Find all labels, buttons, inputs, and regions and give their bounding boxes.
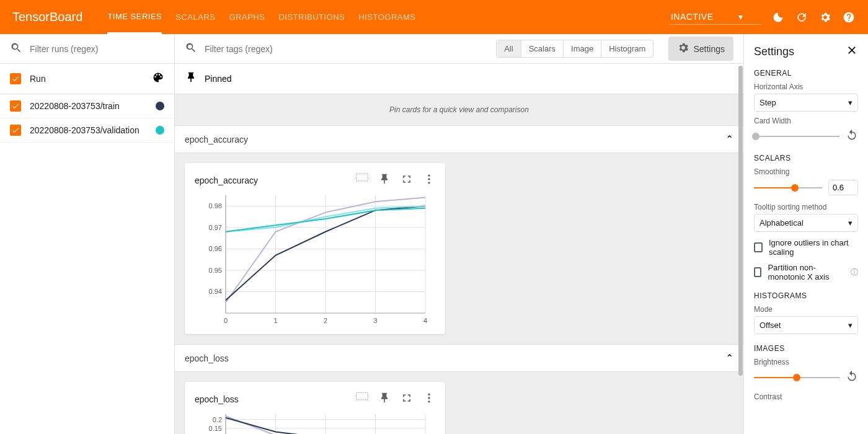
pin-icon [185, 71, 197, 86]
smoothing-input[interactable] [828, 180, 858, 195]
caret-down-icon: ▾ [848, 218, 852, 228]
svg-point-3 [428, 182, 430, 184]
run-checkbox[interactable] [10, 100, 21, 112]
tab-graphs[interactable]: GRAPHS [229, 0, 265, 34]
svg-point-28 [428, 397, 430, 399]
pin-icon[interactable] [378, 392, 391, 407]
chip-all[interactable]: All [497, 40, 521, 57]
status-label: INACTIVE [671, 12, 714, 22]
group-header[interactable]: epoch_accuracy ⌃ [175, 125, 743, 153]
content-area: Pinned Pin cards for a quick view and co… [175, 64, 743, 434]
run-name: 20220808-203753/validation [30, 125, 140, 135]
fit-domain-icon[interactable] [356, 392, 368, 407]
run-checkbox[interactable] [10, 125, 21, 136]
refresh-icon[interactable] [795, 11, 808, 24]
svg-text:1: 1 [273, 317, 277, 324]
caret-down-icon: ▾ [738, 12, 743, 22]
svg-point-1 [428, 175, 430, 177]
group-name: epoch_loss [185, 353, 229, 363]
tag-type-filter: All Scalars Image Histogram [496, 40, 653, 58]
svg-text:4: 4 [423, 317, 427, 324]
fullscreen-icon[interactable] [401, 392, 413, 407]
info-icon[interactable]: ⓘ [851, 267, 858, 278]
partition-x-checkbox[interactable] [754, 267, 761, 277]
pin-icon[interactable] [378, 173, 391, 188]
section-general: GENERAL [754, 69, 858, 78]
svg-text:0.97: 0.97 [209, 224, 222, 231]
ignore-outliers-label: Ignore outliers in chart scaling [769, 238, 858, 257]
smoothing-slider[interactable] [754, 187, 822, 188]
tab-scalars[interactable]: SCALARS [175, 0, 215, 34]
section-scalars: SCALARS [754, 154, 858, 162]
svg-text:3: 3 [373, 317, 377, 324]
caret-down-icon: ▾ [848, 321, 852, 330]
settings-panel: Settings GENERAL Horizontal Axis Step▾ C… [744, 34, 868, 434]
chart-card: epoch_accuracy 0.940.950.960.970.9801234 [185, 163, 445, 334]
search-icon [10, 42, 22, 56]
pinned-section-title: Pinned [205, 74, 232, 84]
smoothing-label: Smoothing [754, 167, 858, 176]
section-images: IMAGES [754, 344, 858, 353]
tab-distributions[interactable]: DISTRIBUTIONS [278, 0, 345, 34]
haxis-label: Horizontal Axis [754, 82, 858, 91]
settings-panel-title: Settings [754, 45, 794, 58]
settings-button[interactable]: Settings [668, 37, 733, 61]
cardwidth-slider[interactable] [754, 136, 839, 137]
chip-scalars[interactable]: Scalars [521, 40, 564, 57]
group-header[interactable]: epoch_loss ⌃ [175, 344, 743, 372]
hist-mode-label: Mode [754, 305, 858, 314]
reset-icon[interactable] [846, 129, 858, 144]
ignore-outliers-checkbox[interactable] [754, 242, 763, 252]
chart-epoch-loss[interactable]: 0.150.201234 [195, 409, 435, 434]
tags-filter-input[interactable] [205, 44, 489, 54]
chart-card: epoch_loss 0.150.201234 [185, 382, 445, 434]
help-icon[interactable] [842, 11, 856, 24]
more-icon[interactable] [423, 392, 435, 407]
fit-domain-icon[interactable] [356, 173, 368, 188]
run-color-swatch [156, 102, 164, 110]
close-icon[interactable] [846, 44, 858, 59]
chart-epoch-accuracy[interactable]: 0.940.950.960.970.9801234 [195, 190, 435, 329]
group-name: epoch_accuracy [185, 135, 248, 144]
run-item[interactable]: 20220808-203753/validation [0, 118, 174, 143]
tab-time-series[interactable]: TIME SERIES [107, 0, 162, 34]
reload-status-select[interactable]: INACTIVE ▾ [670, 9, 761, 25]
runs-filter-input[interactable] [30, 44, 164, 54]
svg-rect-26 [356, 392, 368, 400]
svg-text:0: 0 [224, 317, 228, 324]
chip-image[interactable]: Image [564, 40, 601, 57]
svg-text:0.15: 0.15 [209, 425, 222, 432]
all-runs-checkbox[interactable] [10, 73, 21, 84]
app-logo: TensorBoard [12, 10, 82, 24]
gear-icon[interactable] [818, 11, 832, 24]
run-item[interactable]: 20220808-203753/train [0, 94, 174, 118]
reset-icon[interactable] [846, 370, 858, 385]
contrast-label: Contrast [754, 392, 858, 401]
haxis-select[interactable]: Step▾ [754, 94, 858, 112]
tooltip-sort-select[interactable]: Alphabetical▾ [754, 214, 858, 232]
svg-point-2 [428, 178, 430, 180]
svg-text:0.98: 0.98 [209, 202, 222, 210]
brightness-label: Brightness [754, 358, 858, 366]
card-title: epoch_loss [195, 394, 239, 404]
chevron-up-icon: ⌃ [725, 133, 733, 145]
palette-icon[interactable] [152, 71, 164, 86]
svg-text:0.2: 0.2 [213, 416, 222, 423]
brightness-slider[interactable] [754, 377, 839, 378]
svg-rect-0 [356, 174, 368, 181]
section-histograms: HISTOGRAMS [754, 291, 858, 300]
more-icon[interactable] [423, 173, 435, 188]
svg-text:0.96: 0.96 [209, 245, 222, 252]
search-icon [185, 42, 197, 56]
tab-histograms[interactable]: HISTOGRAMS [358, 0, 415, 34]
svg-text:0.94: 0.94 [209, 288, 222, 295]
svg-point-27 [428, 394, 430, 396]
hist-mode-select[interactable]: Offset▾ [754, 316, 858, 334]
svg-point-29 [428, 401, 430, 402]
fullscreen-icon[interactable] [401, 173, 413, 188]
cardwidth-label: Card Width [754, 117, 858, 125]
theme-toggle-icon[interactable] [771, 11, 785, 24]
scrollbar-thumb[interactable] [738, 66, 743, 376]
card-title: epoch_accuracy [195, 175, 258, 185]
chip-histogram[interactable]: Histogram [601, 40, 653, 57]
